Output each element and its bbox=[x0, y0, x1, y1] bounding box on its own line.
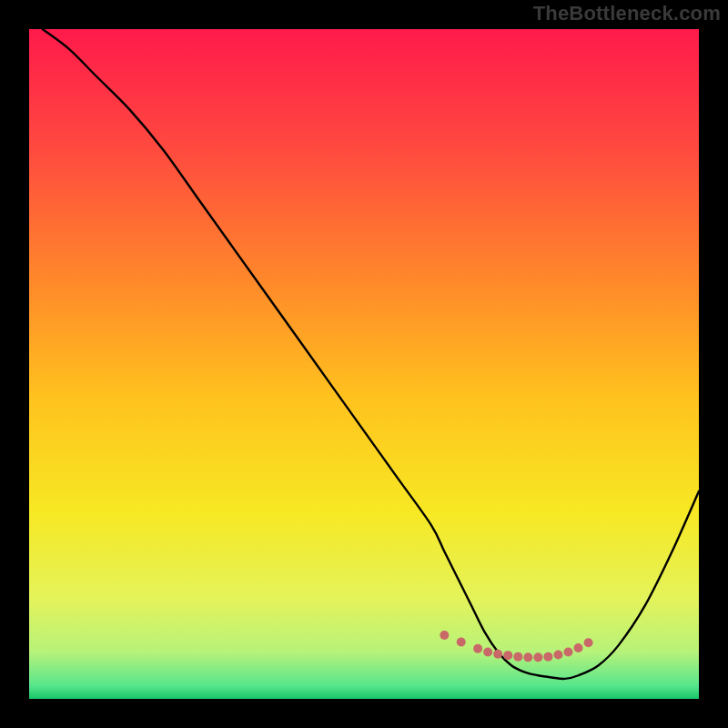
highlight-dot bbox=[553, 650, 562, 659]
highlight-dot bbox=[563, 647, 572, 656]
highlight-dot bbox=[473, 644, 482, 653]
watermark-text: TheBottleneck.com bbox=[533, 2, 721, 25]
highlight-dot bbox=[574, 643, 583, 652]
highlight-dot bbox=[543, 652, 552, 662]
highlight-dot bbox=[440, 631, 449, 640]
bottleneck-chart bbox=[29, 29, 699, 699]
highlight-dot bbox=[584, 638, 593, 647]
highlight-dot bbox=[503, 651, 512, 660]
highlight-dot bbox=[533, 652, 542, 662]
highlight-dot bbox=[457, 637, 466, 646]
highlight-dot bbox=[513, 652, 522, 662]
highlight-dot bbox=[493, 650, 502, 659]
highlight-dot bbox=[483, 647, 492, 656]
heat-background bbox=[29, 29, 699, 699]
highlight-dot bbox=[523, 652, 532, 662]
chart-frame: { "watermark": "TheBottleneck.com", "gra… bbox=[0, 0, 728, 728]
